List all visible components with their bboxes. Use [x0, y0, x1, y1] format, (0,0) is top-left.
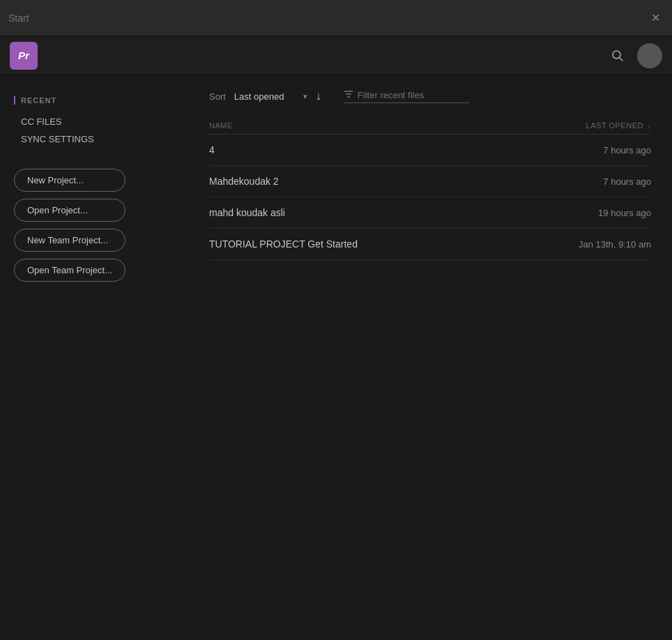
sort-indicator-icon: ↓ — [648, 122, 652, 130]
new-team-project-button[interactable]: New Team Project... — [14, 229, 125, 252]
file-name-cell: 4 — [209, 135, 506, 166]
table-row[interactable]: mahd koudak asli19 hours ago — [209, 197, 651, 229]
col-header-last-opened: LAST OPENED ↓ — [506, 117, 651, 135]
filter-icon — [344, 89, 353, 101]
sidebar-item-cc-files[interactable]: CC FILES — [14, 113, 174, 130]
file-last-opened-cell: 7 hours ago — [506, 135, 651, 166]
main-content: RECENT CC FILES SYNC SETTINGS New Projec… — [0, 75, 672, 640]
file-name-cell: TUTORIAL PROJECT Get Started — [209, 229, 506, 260]
close-icon[interactable]: ✕ — [647, 10, 664, 26]
file-last-opened-cell: 7 hours ago — [506, 166, 651, 197]
file-name-cell: Mahdekoudak 2 — [209, 166, 506, 197]
right-panel: Sort Last opened Name Date created ▾ ↓ — [188, 75, 672, 640]
top-bar: ✕ — [0, 0, 672, 36]
col-header-name: NAME — [209, 117, 506, 135]
files-table: NAME LAST OPENED ↓ 47 hours agoMahdekoud… — [209, 117, 651, 260]
premiere-pro-logo: Pr — [10, 42, 38, 70]
toolbar-row: Sort Last opened Name Date created ▾ ↓ — [209, 89, 651, 103]
open-project-button[interactable]: Open Project... — [14, 199, 125, 222]
filter-wrapper — [344, 89, 469, 103]
sidebar-buttons: New Project... Open Project... New Team … — [14, 169, 174, 282]
header-bar: Pr — [0, 36, 672, 75]
table-row[interactable]: 47 hours ago — [209, 135, 651, 166]
search-icon[interactable] — [606, 45, 629, 67]
open-team-project-button[interactable]: Open Team Project... — [14, 259, 125, 282]
file-last-opened-cell: 19 hours ago — [506, 197, 651, 229]
sidebar-item-sync-settings[interactable]: SYNC SETTINGS — [14, 130, 174, 148]
sort-order-icon[interactable]: ↓ — [316, 90, 321, 102]
table-row[interactable]: Mahdekoudak 27 hours ago — [209, 166, 651, 197]
file-name-cell: mahd koudak asli — [209, 197, 506, 229]
table-row[interactable]: TUTORIAL PROJECT Get StartedJan 13th, 9:… — [209, 229, 651, 260]
sidebar-section-recent: RECENT — [14, 96, 174, 105]
sidebar: RECENT CC FILES SYNC SETTINGS New Projec… — [0, 75, 188, 640]
svg-line-1 — [620, 57, 623, 61]
top-bar-input[interactable] — [8, 13, 647, 24]
sort-select[interactable]: Last opened Name Date created — [234, 91, 300, 102]
sort-select-wrapper: Last opened Name Date created ▾ — [234, 91, 307, 102]
filter-input[interactable] — [358, 90, 469, 100]
chevron-down-icon: ▾ — [303, 92, 307, 101]
file-last-opened-cell: Jan 13th, 9:10 am — [506, 229, 651, 260]
sort-label: Sort — [209, 91, 226, 102]
avatar[interactable] — [637, 43, 662, 68]
new-project-button[interactable]: New Project... — [14, 169, 125, 192]
